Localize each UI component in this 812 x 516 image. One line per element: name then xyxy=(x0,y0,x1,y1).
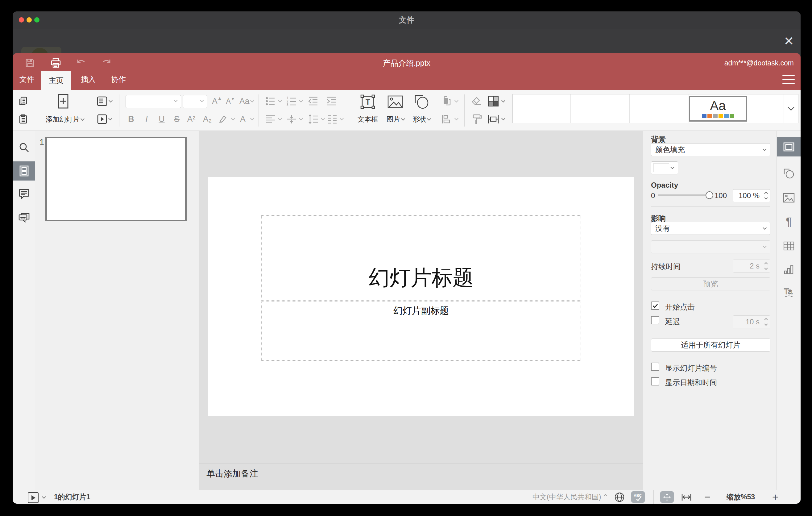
underline-button[interactable]: U xyxy=(155,112,169,126)
increase-font-button[interactable]: A▲ xyxy=(210,94,224,108)
shape-button[interactable] xyxy=(411,93,432,111)
thumbnail-slide-1[interactable] xyxy=(45,137,187,221)
tab-collaboration[interactable]: 协作 xyxy=(105,71,132,88)
decrease-font-button[interactable]: A▼ xyxy=(224,94,237,108)
horizontal-align-arrow[interactable] xyxy=(277,113,282,125)
opacity-value-spinner[interactable]: 100 % xyxy=(733,189,770,202)
highlight-color-arrow[interactable] xyxy=(230,113,235,125)
fit-to-slide-button[interactable] xyxy=(660,491,674,503)
delay-checkbox[interactable] xyxy=(651,316,659,324)
notes-divider[interactable] xyxy=(199,463,643,464)
change-case-button[interactable]: Aa xyxy=(237,94,256,108)
font-color-arrow[interactable] xyxy=(250,113,255,125)
arrange-button[interactable] xyxy=(439,94,455,108)
textart-settings-button[interactable]: Ta xyxy=(777,283,801,302)
zoom-value[interactable]: 缩放%53 xyxy=(719,490,762,504)
delay-spinner[interactable]: 10 s xyxy=(733,315,770,328)
fit-to-width-button[interactable] xyxy=(680,491,693,503)
image-label[interactable]: 图片 xyxy=(382,115,409,124)
slide-settings-button[interactable] xyxy=(777,137,801,156)
arrange-arrow[interactable] xyxy=(454,95,459,107)
slideshow-mode-arrow[interactable] xyxy=(41,494,47,501)
image-settings-button[interactable] xyxy=(777,188,801,207)
bullets-button[interactable] xyxy=(263,94,278,108)
image-button[interactable] xyxy=(384,93,406,111)
start-slideshow-status-button[interactable] xyxy=(28,492,38,503)
copy-button[interactable] xyxy=(16,94,30,108)
print-button[interactable] xyxy=(49,56,63,70)
slides-panel-button[interactable] xyxy=(13,162,35,180)
language-caret[interactable] xyxy=(603,492,609,499)
columns-button[interactable] xyxy=(325,112,340,126)
mac-zoom-light[interactable] xyxy=(34,17,39,23)
add-slide-button[interactable] xyxy=(47,93,79,111)
effect-select[interactable]: 没有 xyxy=(651,222,770,235)
increase-indent-button[interactable] xyxy=(324,94,340,108)
zoom-out-button[interactable]: − xyxy=(701,490,714,504)
menu-button[interactable] xyxy=(782,75,795,84)
tab-insert[interactable]: 插入 xyxy=(75,71,102,88)
comments-panel-button[interactable] xyxy=(13,184,35,203)
columns-arrow[interactable] xyxy=(339,113,344,125)
theme-cell[interactable] xyxy=(571,94,630,123)
clear-style-button[interactable] xyxy=(469,94,484,108)
start-slideshow-button[interactable] xyxy=(93,112,115,126)
zoom-in-button[interactable]: + xyxy=(768,490,782,504)
slide-layout-button[interactable] xyxy=(93,94,115,108)
table-settings-button[interactable] xyxy=(777,236,801,256)
opacity-slider-knob[interactable] xyxy=(705,191,713,199)
apply-to-all-slides-button[interactable]: 适用于所有幻灯片 xyxy=(651,339,770,351)
shape-settings-button[interactable] xyxy=(777,164,801,183)
background-fill-select[interactable]: 颜色填充 xyxy=(651,143,770,156)
fill-color-picker[interactable] xyxy=(651,162,678,174)
notes-placeholder[interactable]: 单击添加备注 xyxy=(206,468,258,480)
show-date-time-checkbox[interactable] xyxy=(651,377,659,385)
title-placeholder[interactable]: 幻灯片标题 xyxy=(261,215,581,300)
chart-settings-button[interactable] xyxy=(777,260,801,279)
close-preview-button[interactable]: ✕ xyxy=(780,32,798,50)
subtitle-placeholder[interactable]: 幻灯片副标题 xyxy=(261,302,581,361)
superscript-button[interactable]: A² xyxy=(184,112,198,126)
slide-size-button[interactable] xyxy=(486,112,501,126)
font-name-select[interactable] xyxy=(125,95,181,108)
tab-home[interactable]: 主页 xyxy=(41,71,71,90)
preview-button[interactable]: 预览 xyxy=(651,278,770,290)
chat-panel-button[interactable] xyxy=(13,208,35,227)
undo-button[interactable] xyxy=(74,56,88,70)
paste-button[interactable] xyxy=(16,112,30,126)
numbering-arrow[interactable] xyxy=(298,95,303,107)
effect-variant-select[interactable] xyxy=(651,240,770,253)
opacity-slider-track[interactable] xyxy=(658,194,709,196)
line-spacing-arrow[interactable] xyxy=(320,113,325,125)
font-size-select[interactable] xyxy=(183,95,207,108)
numbering-button[interactable]: 123 xyxy=(284,94,299,108)
bullets-arrow[interactable] xyxy=(277,95,282,107)
save-button[interactable] xyxy=(23,56,37,70)
shape-label[interactable]: 形状 xyxy=(408,115,435,124)
textbox-label[interactable]: 文本框 xyxy=(354,115,381,124)
color-scheme-arrow[interactable] xyxy=(501,95,506,107)
theme-cell-selected[interactable]: Aa xyxy=(689,96,747,122)
bold-button[interactable]: B xyxy=(124,112,138,126)
horizontal-align-button[interactable] xyxy=(263,112,278,126)
theme-cell[interactable] xyxy=(513,94,571,123)
theme-cell[interactable] xyxy=(630,94,689,123)
font-color-button[interactable]: A xyxy=(236,112,250,126)
duration-spinner[interactable]: 2 s xyxy=(733,260,770,273)
line-spacing-button[interactable] xyxy=(305,112,321,126)
copy-style-button[interactable] xyxy=(469,112,484,126)
color-scheme-button[interactable] xyxy=(486,94,501,108)
vertical-align-arrow[interactable] xyxy=(298,113,303,125)
set-language-button[interactable] xyxy=(613,491,626,503)
add-slide-label[interactable]: 添加幻灯片 xyxy=(38,115,91,124)
align-shapes-button[interactable] xyxy=(439,112,455,126)
paragraph-settings-button[interactable]: ¶ xyxy=(777,212,801,231)
mac-close-light[interactable] xyxy=(19,17,24,23)
subscript-button[interactable]: A₂ xyxy=(201,112,214,126)
mac-minimize-light[interactable] xyxy=(27,17,32,23)
slide-size-arrow[interactable] xyxy=(501,113,506,125)
vertical-align-button[interactable] xyxy=(284,112,299,126)
theme-cell[interactable] xyxy=(747,94,784,123)
tab-file[interactable]: 文件 xyxy=(15,71,38,88)
language-selector[interactable]: 中文(中华人民共和国) xyxy=(532,490,601,504)
